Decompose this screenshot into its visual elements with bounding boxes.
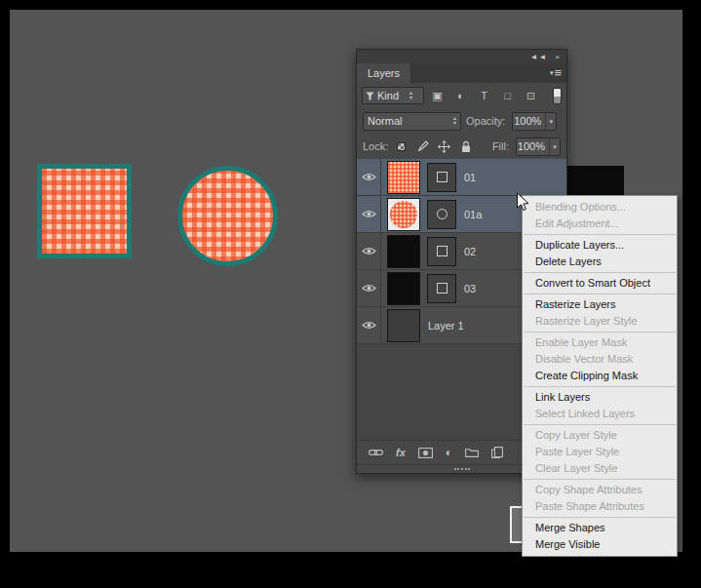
- panel-menu-button[interactable]: ▾≡: [550, 65, 562, 81]
- eye-icon: [362, 284, 376, 293]
- kind-spinner-icon: ▴▾: [402, 91, 420, 100]
- blend-mode-row: Normal ▴▾ Opacity: 100% ▾: [357, 108, 566, 134]
- blend-spinner-icon: ▴▾: [453, 116, 456, 126]
- opacity-value: 100%: [513, 115, 545, 127]
- layer-name[interactable]: 02: [464, 246, 476, 257]
- blend-mode-value: Normal: [368, 115, 453, 127]
- add-layer-mask-button[interactable]: [418, 448, 433, 458]
- menu-item-disable-vector-mask: Disable Vector Mask: [523, 351, 677, 368]
- menu-item-rasterize-layers[interactable]: Rasterize Layers: [523, 296, 677, 313]
- link-icon: [369, 449, 383, 456]
- menu-item-paste-layer-style: Paste Layer Style: [523, 444, 677, 460]
- lock-label: Lock:: [363, 140, 388, 152]
- menu-item-clear-layer-style: Clear Layer Style: [523, 460, 677, 477]
- menu-item-merge-visible[interactable]: Merge Visible: [523, 536, 677, 553]
- menu-separator: [524, 424, 676, 425]
- layer-mask-thumbnail[interactable]: [427, 274, 456, 303]
- close-panel-icon[interactable]: ×: [555, 53, 561, 61]
- layer-context-menu: Blending Options...Edit Adjustment...Dup…: [522, 195, 678, 557]
- layer-thumbnail[interactable]: [387, 272, 420, 305]
- mask-shape: [437, 209, 448, 219]
- menu-separator: [524, 234, 676, 235]
- layer-mask-icon: [418, 448, 433, 458]
- new-adjustment-layer-button[interactable]: ◐: [446, 446, 452, 459]
- filter-smart-objects-button[interactable]: ⊡: [521, 87, 541, 104]
- fill-label: Fill:: [492, 140, 509, 152]
- move-icon: [438, 140, 450, 153]
- spinner-down-icon: ▾: [409, 96, 412, 100]
- layer-name[interactable]: 03: [464, 283, 476, 294]
- lock-all-button[interactable]: [457, 138, 474, 155]
- photoshop-window: ◄◄ × Layers ▾≡ Kind ▴▾ ▣ ◐ T □ ⊡ Normal …: [0, 0, 701, 588]
- menu-item-copy-shape-attributes: Copy Shape Attributes: [523, 482, 677, 498]
- fill-dropdown[interactable]: 100% ▾: [516, 137, 561, 156]
- layer-mask-thumbnail[interactable]: [427, 163, 456, 192]
- layer-mask-thumbnail[interactable]: [427, 237, 456, 266]
- filter-shape-layers-icon: □: [504, 90, 511, 101]
- brush-icon: [417, 140, 429, 152]
- layer-visibility-toggle[interactable]: [357, 270, 381, 306]
- new-layer-button[interactable]: [491, 447, 503, 458]
- lock-pixels-button[interactable]: [414, 138, 431, 155]
- layer-thumbnail[interactable]: [387, 161, 420, 194]
- layer-name[interactable]: Layer 1: [428, 320, 464, 332]
- menu-separator: [524, 272, 676, 273]
- mask-shape: [437, 283, 448, 294]
- layer-visibility-toggle[interactable]: [357, 307, 381, 343]
- layer-row-01[interactable]: 01: [357, 159, 566, 196]
- lock-transparency-button[interactable]: [393, 138, 409, 155]
- dropdown-arrow-icon: ▾: [545, 113, 556, 130]
- blend-mode-dropdown[interactable]: Normal ▴▾: [363, 112, 461, 131]
- layer-filtering-toggle[interactable]: [553, 88, 562, 104]
- eye-icon: [362, 173, 376, 181]
- filter-pixel-layers-button[interactable]: ▣: [427, 87, 448, 104]
- eye-icon: [362, 210, 376, 218]
- menu-item-link-layers[interactable]: Link Layers: [523, 389, 677, 406]
- new-layer-icon: [491, 447, 503, 458]
- menu-separator: [524, 479, 676, 480]
- layer-visibility-toggle[interactable]: [357, 196, 381, 232]
- layer-thumbnail[interactable]: [387, 309, 420, 342]
- layer-thumbnail[interactable]: [387, 198, 420, 231]
- layer-visibility-toggle[interactable]: [357, 159, 381, 195]
- layer-name[interactable]: 01a: [464, 209, 482, 220]
- new-group-button[interactable]: [465, 448, 479, 457]
- layer-mask-thumbnail[interactable]: [427, 200, 456, 229]
- menu-item-select-linked-layers: Select Linked Layers: [523, 406, 677, 422]
- panel-menu-icon: ≡: [554, 65, 562, 80]
- mask-shape: [437, 172, 448, 182]
- filter-type-layers-icon: T: [481, 90, 487, 101]
- menu-item-convert-to-smart-object[interactable]: Convert to Smart Object: [523, 275, 677, 292]
- menu-item-duplicate-layers[interactable]: Duplicate Layers...: [523, 237, 677, 254]
- filter-adjustment-layers-button[interactable]: ◐: [450, 87, 471, 104]
- filter-kind-label: Kind: [377, 90, 399, 101]
- menu-separator: [524, 386, 676, 387]
- menu-item-create-clipping-mask[interactable]: Create Clipping Mask: [523, 368, 677, 384]
- menu-item-delete-layers[interactable]: Delete Layers: [523, 254, 677, 270]
- adjustment-layer-icon: ◐: [446, 446, 452, 459]
- menu-item-merge-shapes[interactable]: Merge Shapes: [523, 520, 677, 536]
- lock-position-button[interactable]: [436, 138, 452, 155]
- fill-value: 100%: [517, 140, 549, 152]
- panel-tab-bar: Layers ▾≡: [357, 63, 566, 83]
- layer-visibility-toggle[interactable]: [357, 233, 381, 269]
- menu-separator: [524, 332, 676, 333]
- transparency-checker-icon: [397, 142, 406, 151]
- link-layers-button[interactable]: [369, 449, 383, 456]
- filter-pixel-layers-icon: ▣: [432, 90, 442, 102]
- lock-icon: [460, 140, 472, 153]
- layer-style-button[interactable]: fx: [396, 447, 406, 458]
- tab-layers[interactable]: Layers: [357, 63, 411, 83]
- filter-shape-layers-button[interactable]: □: [497, 87, 518, 104]
- menu-separator: [524, 294, 676, 294]
- filter-type-layers-button[interactable]: T: [474, 87, 494, 104]
- eye-icon: [362, 321, 376, 330]
- menu-item-rasterize-layer-style: Rasterize Layer Style: [523, 313, 677, 330]
- collapse-panel-icon[interactable]: ◄◄: [529, 53, 547, 61]
- layer-thumbnail[interactable]: [387, 235, 420, 268]
- filter-kind-dropdown[interactable]: Kind ▴▾: [362, 87, 424, 104]
- opacity-dropdown[interactable]: 100% ▾: [512, 112, 557, 131]
- layer-name[interactable]: 01: [464, 172, 476, 183]
- canvas-shape-square: [37, 164, 132, 258]
- layer-filter-bar: Kind ▴▾ ▣ ◐ T □ ⊡: [357, 83, 566, 108]
